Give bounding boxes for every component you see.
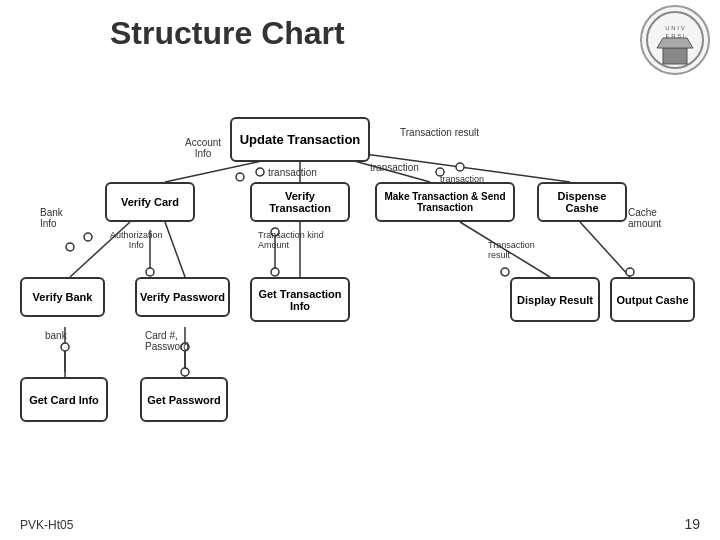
verify-card-box: Verify Card xyxy=(105,182,195,222)
get-card-info-box: Get Card Info xyxy=(20,377,108,422)
transaction-result-make-label: Transactionresult xyxy=(488,240,535,260)
bank-info-label: BankInfo xyxy=(40,207,63,229)
svg-point-22 xyxy=(66,243,74,251)
svg-point-33 xyxy=(181,368,189,376)
transaction-label-2: transaction xyxy=(370,162,419,173)
make-send-transaction-box: Make Transaction & Send Transaction xyxy=(375,182,515,222)
svg-point-27 xyxy=(271,268,279,276)
transaction-kind-amount-label: Transaction kindAmount xyxy=(258,230,324,250)
svg-point-18 xyxy=(236,173,244,181)
display-result-box: Display Result xyxy=(510,277,600,322)
output-cashe-box: Output Cashe xyxy=(610,277,695,322)
svg-point-24 xyxy=(146,268,154,276)
transaction-result-label: Transaction result xyxy=(400,127,479,138)
card-password-label: Card #,Password xyxy=(145,330,189,352)
svg-point-28 xyxy=(501,268,509,276)
svg-point-21 xyxy=(84,233,92,241)
transaction-label-1: transaction xyxy=(268,167,317,178)
update-transaction-box: Update Transaction xyxy=(230,117,370,162)
svg-line-11 xyxy=(165,222,185,277)
svg-point-30 xyxy=(61,343,69,351)
dispense-cashe-box: Dispense Cashe xyxy=(537,182,627,222)
svg-point-17 xyxy=(256,168,264,176)
svg-point-20 xyxy=(456,163,464,171)
verify-bank-box: Verify Bank xyxy=(20,277,105,317)
verify-password-box: Verify Password xyxy=(135,277,230,317)
page-number: 19 xyxy=(684,516,700,532)
chart-area: Update Transaction AccountInfo Transacti… xyxy=(10,62,710,492)
cache-amount-label: Cacheamount xyxy=(628,207,661,229)
account-info-label: AccountInfo xyxy=(185,137,221,159)
footer-label: PVK-Ht05 xyxy=(20,518,73,532)
get-password-box: Get Password xyxy=(140,377,228,422)
svg-point-34 xyxy=(626,268,634,276)
bank-label: bank xyxy=(45,330,67,341)
page: Structure Chart U N I V E R S I T E T xyxy=(0,0,720,540)
get-transaction-info-box: Get Transaction Info xyxy=(250,277,350,322)
page-title: Structure Chart xyxy=(110,15,710,52)
verify-transaction-box: Verify Transaction xyxy=(250,182,350,222)
svg-text:U N I V: U N I V xyxy=(665,25,684,31)
authorization-info-label: AuthorizationInfo xyxy=(110,230,163,250)
svg-marker-5 xyxy=(657,38,693,48)
svg-line-14 xyxy=(580,222,630,277)
